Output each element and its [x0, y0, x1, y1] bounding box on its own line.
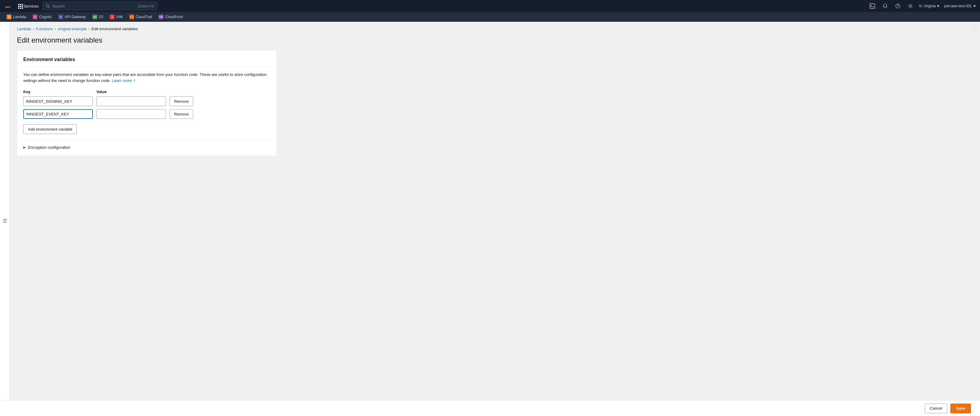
help-icon [896, 4, 900, 8]
cloudfront-icon: CF [159, 14, 164, 19]
help-button[interactable] [894, 2, 902, 10]
sidebar-item-cloudtrail[interactable]: CT CloudTrail [126, 12, 155, 22]
learn-more-link[interactable]: Learn more ↗ [112, 78, 135, 84]
key-column-label: Key [23, 89, 93, 94]
sidebar-item-s3[interactable]: S3 S3 [89, 12, 107, 22]
notifications-button[interactable] [881, 2, 889, 10]
description-body: You can define environment variables as … [23, 72, 267, 83]
lambda-label: Lambda [13, 15, 26, 19]
cancel-button[interactable]: Cancel [925, 403, 947, 413]
encryption-section: ▶ Encryption configuration [23, 140, 270, 150]
cognito-icon: C [33, 14, 38, 19]
svg-text:aws: aws [5, 5, 11, 8]
lambda-icon: λ [6, 14, 11, 19]
breadcrumb-sep-1: › [33, 27, 34, 31]
svg-rect-3 [870, 4, 875, 8]
breadcrumb-lambda[interactable]: Lambda [17, 27, 31, 31]
shortcuts-bar: λ Lambda C Cognito A API Gateway S3 S3 I… [0, 12, 980, 22]
sidebar-item-lambda[interactable]: λ Lambda [4, 12, 29, 22]
cognito-label: Cognito [39, 15, 51, 19]
encryption-label: Encryption configuration [28, 145, 70, 150]
account-label: joel-aws-test-001 ▼ [944, 4, 976, 8]
sidebar-item-api-gateway[interactable]: A API Gateway [55, 12, 89, 22]
search-icon [46, 4, 50, 8]
grid-icon [18, 4, 22, 8]
cloud-shell-button[interactable] [868, 2, 877, 10]
iam-icon: I [110, 14, 115, 19]
cloudtrail-label: CloudTrail [136, 15, 152, 19]
s3-label: S3 [99, 15, 103, 19]
s3-icon: S3 [92, 14, 97, 19]
add-env-label: Add environment variable [28, 127, 72, 132]
cloudfront-label: CloudFront [165, 15, 183, 19]
sidebar-item-cognito[interactable]: C Cognito [30, 12, 54, 22]
breadcrumb-sep-3: › [89, 27, 90, 31]
encryption-toggle-button[interactable]: ▶ Encryption configuration [23, 145, 70, 150]
hamburger-button[interactable]: ☰ [3, 26, 7, 416]
svg-line-2 [48, 7, 49, 8]
main-content: Lambda › Functions › inngest-example › E… [10, 22, 969, 416]
env-value-input-2[interactable] [96, 109, 166, 119]
search-bar: [Option+S] [42, 2, 157, 10]
nav-right: N. Virginia ▼ joel-aws-test-001 ▼ [868, 2, 976, 10]
env-value-input-1[interactable] [96, 96, 166, 106]
top-nav: aws Services [Option+S] [0, 0, 980, 12]
account-button[interactable]: joel-aws-test-001 ▼ [944, 4, 976, 8]
env-var-headers: Key Value [23, 89, 270, 94]
learn-more-label: Learn more [112, 78, 132, 84]
breadcrumb-functions[interactable]: Functions [36, 27, 53, 31]
services-button[interactable]: Services [18, 4, 39, 8]
sidebar-toggle: ☰ [0, 22, 10, 416]
env-var-row-1: Remove [23, 96, 270, 106]
value-column-label: Value [96, 89, 166, 94]
cloudtrail-icon: CT [129, 14, 134, 19]
triangle-icon: ▶ [23, 145, 26, 149]
breadcrumb-function-name[interactable]: inngest-example [58, 27, 86, 31]
env-var-row-2: Remove [23, 109, 270, 119]
save-button[interactable]: Save [950, 403, 971, 413]
gear-icon [908, 4, 913, 8]
sidebar-item-cloudfront[interactable]: CF CloudFront [156, 12, 186, 22]
aws-logo: aws [4, 1, 13, 11]
api-gateway-icon: A [58, 14, 63, 19]
bell-icon [883, 4, 888, 8]
search-input[interactable] [52, 4, 136, 8]
external-link-icon: ↗ [133, 78, 135, 83]
right-panel: i [969, 22, 980, 416]
page-title: Edit environment variables [17, 36, 962, 45]
remove-button-2[interactable]: Remove [170, 109, 193, 119]
search-shortcut: [Option+S] [138, 4, 154, 8]
env-key-input-1[interactable] [23, 96, 93, 106]
svg-point-6 [898, 7, 898, 7]
main-layout: ☰ Lambda › Functions › inngest-example ›… [0, 22, 980, 416]
settings-button[interactable] [906, 2, 915, 10]
terminal-icon [870, 3, 875, 9]
env-vars-card: Environment variables You can define env… [17, 51, 277, 156]
region-button[interactable]: N. Virginia ▼ [919, 4, 940, 8]
region-label: N. Virginia [919, 4, 935, 8]
remove-button-1[interactable]: Remove [170, 96, 193, 106]
iam-label: IAM [116, 15, 123, 19]
region-arrow-icon: ▼ [937, 4, 940, 8]
card-title: Environment variables [23, 57, 270, 67]
api-gateway-label: API Gateway [65, 15, 86, 19]
breadcrumb-sep-2: › [55, 27, 56, 31]
add-environment-variable-button[interactable]: Add environment variable [23, 124, 77, 134]
breadcrumb-current: Edit environment variables [92, 27, 138, 31]
sidebar-item-iam[interactable]: I IAM [107, 12, 126, 22]
svg-point-7 [910, 5, 912, 7]
description-text: You can define environment variables as … [23, 72, 270, 83]
env-key-input-2[interactable] [23, 109, 93, 119]
info-icon: i [972, 26, 978, 32]
services-label: Services [24, 4, 39, 8]
action-bar: Cancel Save [0, 400, 980, 416]
breadcrumb: Lambda › Functions › inngest-example › E… [17, 27, 962, 31]
